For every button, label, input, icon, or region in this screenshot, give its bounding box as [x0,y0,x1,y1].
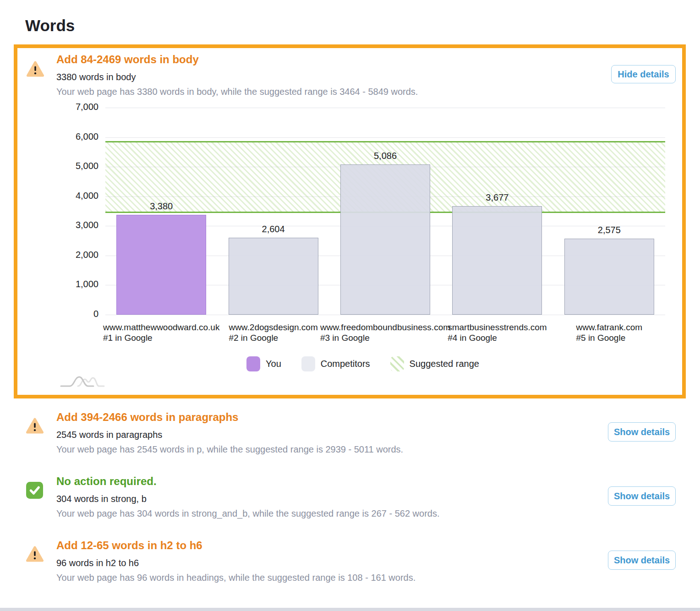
x-axis-rank: #4 in Google [448,333,547,343]
x-axis-domain: www.freedomboundbusiness.com [320,322,450,333]
x-axis-label: www.2dogsdesign.com#2 in Google [229,322,317,343]
bar-competitor [340,164,430,315]
y-axis-label: 6,000 [21,131,98,142]
x-axis-domain: smartbusinesstrends.com [448,322,547,333]
words-in-headings-section: Add 12-65 words in h2 to h6 96 words in … [56,539,416,584]
check-icon [26,482,43,499]
section-heading: No action required. [56,475,439,488]
gridline [105,315,665,315]
words-in-paragraphs-section: Add 394-2466 words in paragraphs 2545 wo… [56,410,403,456]
x-axis-domain: www.fatrank.com [576,322,642,333]
x-axis-rank: #5 in Google [576,333,642,343]
y-axis-label: 2,000 [21,250,98,260]
x-axis-rank: #3 in Google [320,333,450,343]
gridline [105,137,665,138]
y-axis-label: 1,000 [21,279,98,289]
show-details-button[interactable]: Show details [608,422,676,442]
x-axis-label: smartbusinesstrends.com#4 in Google [448,322,547,343]
words-bar-chart: 01,0002,0003,0004,0005,0006,0007,0003,38… [17,48,682,395]
section-heading: Add 12-65 words in h2 to h6 [56,539,416,552]
legend-swatch-range [390,356,404,371]
bar-you [116,215,206,315]
section-description: Your web page has 2545 words in p, while… [56,442,403,456]
x-axis-label: www.fatrank.com#5 in Google [576,322,642,343]
bar-value-label: 2,575 [598,225,621,235]
y-axis-label: 4,000 [21,191,98,201]
warning-icon [26,418,44,434]
show-details-button[interactable]: Show details [608,551,676,570]
page-title: Words [25,16,75,35]
legend-item: You [246,356,281,371]
words-in-strong-section: No action required. 304 words in strong,… [56,475,439,520]
y-axis-label: 0 [21,309,98,319]
section-description: Your web page has 304 words in strong_an… [56,507,439,520]
bar-competitor [229,238,318,315]
legend-label: Suggested range [410,359,479,369]
legend-swatch-you [246,356,260,371]
legend-label: You [266,359,281,369]
section-subheading: 2545 words in paragraphs [56,428,403,442]
gridline [105,108,665,108]
y-axis-label: 3,000 [21,220,98,230]
legend-label: Competitors [321,359,370,369]
section-description: Your web page has 96 words in headings, … [56,571,416,584]
next-card-edge [0,608,700,611]
bar-value-label: 3,380 [150,201,173,212]
y-axis-label: 7,000 [21,102,98,112]
section-subheading: 96 words in h2 to h6 [56,556,416,570]
bar-competitor [452,206,542,315]
section-subheading: 304 words in strong, b [56,492,439,506]
x-axis-rank: #2 in Google [229,333,317,343]
section-heading: Add 394-2466 words in paragraphs [56,410,403,424]
bar-value-label: 3,677 [486,192,509,203]
show-details-button[interactable]: Show details [608,486,676,506]
legend-item: Competitors [301,356,370,371]
x-axis-domain: www.matthewwoodward.co.uk [103,322,220,333]
words-in-body-card: Add 84-2469 words in body 3380 words in … [14,44,686,398]
chart-legend: YouCompetitorsSuggested range [246,356,479,371]
x-axis-domain: www.2dogsdesign.com [229,322,317,333]
x-axis-rank: #1 in Google [103,333,220,343]
bar-value-label: 2,604 [262,224,285,235]
warning-icon [26,546,44,562]
legend-item: Suggested range [390,356,479,371]
bar-competitor [564,239,654,315]
x-axis-label: www.matthewwoodward.co.uk#1 in Google [103,322,220,343]
bar-value-label: 5,086 [374,151,397,161]
x-axis-label: www.freedomboundbusiness.com#3 in Google [320,322,450,343]
distribution-watermark-icon [60,373,105,388]
y-axis-label: 5,000 [21,161,98,171]
legend-swatch-competitor [301,356,315,371]
